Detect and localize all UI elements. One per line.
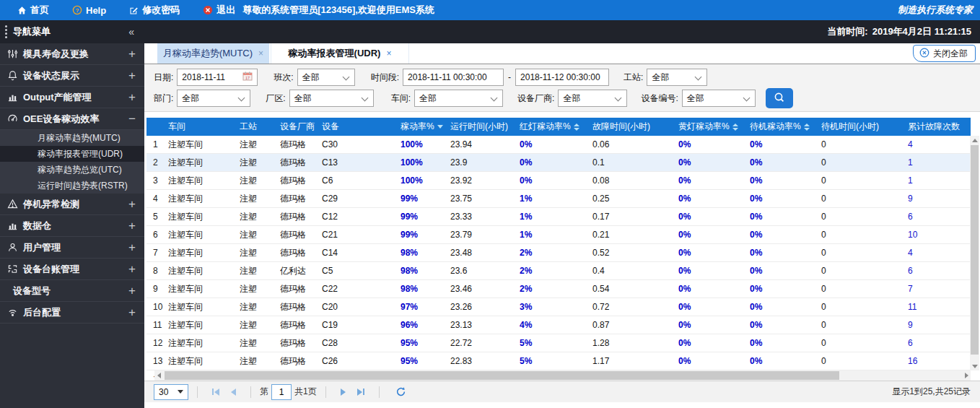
column-header-9[interactable]: 黄灯稼动率% — [672, 118, 748, 136]
table-row-8[interactable]: 8注塑车间注塑亿利达C598%23.62%0.40%0%06 — [146, 262, 971, 280]
sidebar-item-7[interactable]: 设备台账管理+ — [0, 259, 144, 280]
scroll-down-icon[interactable] — [970, 362, 979, 370]
sidebar-item-8[interactable]: 设备型号+ — [0, 280, 144, 302]
table-row-4[interactable]: 4注塑车间注塑德玛格C2999%23.751%0.250%0%09 — [146, 190, 971, 208]
close-all-button[interactable]: 关闭全部 — [913, 45, 976, 62]
nav-logout[interactable]: 退出 — [203, 4, 235, 17]
expand-icon[interactable]: + — [128, 220, 136, 232]
cell-累计故障次数[interactable]: 11 — [904, 302, 971, 312]
next-page-button[interactable] — [341, 389, 346, 396]
shift-select[interactable]: 全部 — [297, 69, 355, 86]
table-row-12[interactable]: 12注塑车间注塑德玛格C2895%22.725%1.280%0%06 — [146, 334, 971, 352]
workshop-select[interactable]: 全部 — [414, 90, 503, 107]
sort-icon[interactable] — [804, 123, 810, 131]
table-row-1[interactable]: 1注塑车间注塑德玛格C30100%23.940%0.060%0%04 — [146, 136, 971, 154]
horizontal-scrollbar[interactable] — [154, 370, 971, 381]
table-row-7[interactable]: 7注塑车间注塑德玛格C1498%23.482%0.520%0%04 — [146, 244, 971, 262]
expand-icon[interactable]: + — [128, 263, 136, 275]
sort-desc-icon[interactable] — [437, 125, 443, 129]
cell-累计故障次数[interactable]: 1 — [904, 157, 971, 168]
cell-累计故障次数[interactable]: 6 — [904, 212, 971, 222]
column-header-3[interactable]: 设备厂商 — [280, 118, 322, 136]
table-row-3[interactable]: 3注塑车间注塑德玛格C6100%23.920%0.080%0%01 — [146, 172, 971, 190]
cell-累计故障次数[interactable]: 7 — [904, 284, 971, 294]
department-select[interactable]: 全部 — [177, 90, 250, 107]
vertical-scrollbar[interactable] — [970, 136, 979, 370]
expand-icon[interactable]: + — [128, 306, 136, 318]
sidebar-item-3[interactable]: OEE设备稼动效率− — [0, 108, 144, 130]
sidebar-item-5[interactable]: 数据仓+ — [0, 215, 144, 237]
vendor-select[interactable]: 全部 — [558, 90, 627, 107]
cell-累计故障次数[interactable]: 10 — [904, 230, 971, 240]
column-header-6[interactable]: 运行时间(小时) — [445, 118, 517, 136]
sidebar-subitem[interactable]: 运行时间趋势表(RSTR) — [0, 178, 144, 194]
table-row-5[interactable]: 5注塑车间注塑德玛格C1299%23.331%0.170%0%06 — [146, 208, 971, 226]
sidebar-item-9[interactable]: 后台配置+ — [0, 302, 144, 324]
sidebar-item-6[interactable]: 用户管理+ — [0, 237, 144, 259]
column-header-12[interactable]: 累计故障次数 — [904, 118, 971, 136]
calendar-icon[interactable]: 17 — [242, 71, 253, 83]
cell-累计故障次数[interactable]: 4 — [904, 139, 971, 149]
column-header-7[interactable]: 红灯稼动率% — [517, 118, 585, 136]
column-header-2[interactable]: 工站 — [239, 118, 280, 136]
column-header-11[interactable]: 待机时间(小时) — [818, 118, 904, 136]
scroll-left-icon[interactable] — [154, 370, 163, 381]
nav-change-password[interactable]: 修改密码 — [129, 4, 180, 17]
column-header-10[interactable]: 待机稼动率% — [748, 118, 818, 136]
table-row-11[interactable]: 11注塑车间注塑德玛格C1996%23.134%0.870%0%09 — [146, 316, 971, 334]
table-row-13[interactable]: 13注塑车间注塑德玛格C2695%22.835%1.170%0%016 — [146, 352, 971, 370]
expand-icon[interactable]: + — [128, 285, 136, 297]
prev-page-button[interactable] — [231, 389, 236, 396]
tab-mutc[interactable]: 月稼动率趋势(MUTC) × — [157, 43, 269, 64]
cell-累计故障次数[interactable]: 4 — [904, 248, 971, 258]
collapse-icon[interactable]: − — [128, 113, 136, 125]
cell-累计故障次数[interactable]: 6 — [904, 266, 971, 276]
nav-help[interactable]: ?Help — [72, 5, 106, 16]
sidebar-item-4[interactable]: 停机异常检测+ — [0, 194, 144, 215]
table-row-6[interactable]: 6注塑车间注塑德玛格C2199%23.791%0.210%0%010 — [146, 226, 971, 244]
sidebar-subitem[interactable]: 稼动率趋势总览(UTC) — [0, 162, 144, 178]
column-header-0[interactable] — [146, 118, 167, 136]
expand-icon[interactable]: + — [128, 69, 136, 82]
time-end-input[interactable]: 2018-11-12 00:30:00 — [515, 69, 609, 86]
station-select[interactable]: 全部 — [647, 69, 707, 86]
sort-icon[interactable] — [574, 123, 579, 131]
sidebar-subitem[interactable]: 稼动率报表管理(UDR) — [0, 146, 144, 162]
cell-累计故障次数[interactable]: 9 — [904, 320, 971, 330]
cell-累计故障次数[interactable]: 6 — [904, 338, 971, 348]
sidebar-item-0[interactable]: 模具寿命及更换+ — [0, 43, 144, 65]
date-input[interactable]: 2018-11-11 17 — [177, 69, 258, 86]
hscroll-thumb[interactable] — [165, 371, 839, 380]
column-header-1[interactable]: 车间 — [167, 118, 239, 136]
table-row-10[interactable]: 10注塑车间注塑德玛格C2097%23.263%0.720%0%011 — [146, 298, 971, 316]
nav-home[interactable]: 首页 — [17, 4, 49, 17]
scroll-right-icon[interactable] — [962, 370, 971, 381]
search-button[interactable] — [766, 88, 793, 108]
table-row-2[interactable]: 2注塑车间注塑德玛格C13100%23.90%0.10%0%01 — [146, 154, 971, 172]
expand-icon[interactable]: + — [128, 198, 136, 210]
sort-icon[interactable] — [732, 123, 738, 131]
cell-累计故障次数[interactable]: 16 — [904, 356, 971, 366]
sidebar-item-2[interactable]: Output产能管理+ — [0, 87, 144, 108]
first-page-button[interactable] — [212, 389, 219, 396]
cell-累计故障次数[interactable]: 9 — [904, 194, 971, 204]
sidebar-item-1[interactable]: 设备状态展示+ — [0, 65, 144, 87]
table-row-9[interactable]: 9注塑车间注塑德玛格C2298%23.462%0.540%0%07 — [146, 280, 971, 298]
tab-udr-close-icon[interactable]: × — [386, 48, 391, 58]
last-page-button[interactable] — [357, 389, 364, 396]
sidebar-subitem[interactable]: 月稼动率趋势(MUTC) — [0, 130, 144, 146]
cell-累计故障次数[interactable]: 1 — [904, 175, 971, 186]
expand-icon[interactable]: + — [128, 241, 136, 253]
column-header-8[interactable]: 故障时间(小时) — [585, 118, 672, 136]
factory-select[interactable]: 全部 — [289, 90, 374, 107]
page-size-select[interactable]: 30 — [154, 384, 188, 400]
column-header-5[interactable]: 稼动率% — [397, 118, 445, 136]
column-header-4[interactable]: 设备 — [322, 118, 397, 136]
tab-udr[interactable]: 稼动率报表管理(UDR) × — [271, 43, 409, 64]
expand-icon[interactable]: + — [128, 91, 136, 103]
tab-mutc-close-icon[interactable]: × — [258, 48, 263, 58]
vscroll-thumb[interactable] — [971, 145, 979, 355]
expand-icon[interactable]: + — [128, 48, 136, 60]
device-no-select[interactable]: 全部 — [682, 90, 756, 107]
time-start-input[interactable]: 2018-11-11 00:30:00 — [403, 69, 504, 86]
